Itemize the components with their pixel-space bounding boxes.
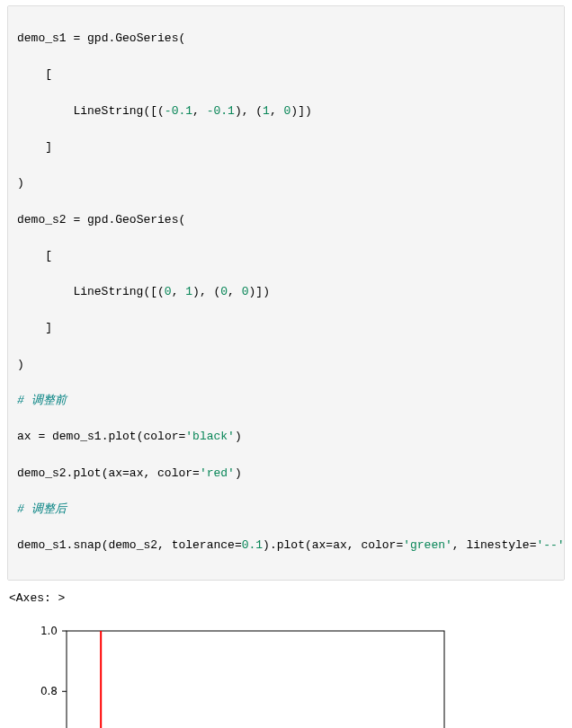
- code-token: 0: [220, 285, 228, 298]
- code-token: ,: [270, 104, 284, 118]
- code-token: (ax: [305, 538, 326, 552]
- code-token: ): [263, 538, 270, 552]
- code-token: [: [17, 67, 52, 81]
- code-token: LineString: [17, 104, 143, 118]
- code-line: # 调整前: [17, 392, 555, 410]
- code-token: ): [17, 358, 24, 371]
- code-line: [: [17, 66, 555, 84]
- code-token: ax: [130, 466, 144, 480]
- code-token: demo_s2: [17, 213, 73, 226]
- code-line: ): [17, 356, 555, 374]
- code-token: , color: [143, 466, 192, 480]
- code-token: ): [235, 466, 242, 480]
- code-token: 0: [165, 285, 172, 298]
- code-token: ), (: [192, 285, 220, 298]
- code-token: gpd: [80, 31, 108, 45]
- code-token: =: [192, 466, 200, 480]
- code-token: [: [17, 249, 52, 262]
- code-token: .: [270, 538, 277, 552]
- code-token: ]: [17, 321, 52, 334]
- code-token: 0: [242, 285, 249, 298]
- code-token: (demo_s2: [102, 538, 157, 552]
- y-tick-label: 0.8: [40, 686, 58, 698]
- code-token: ,: [192, 104, 207, 118]
- code-token: snap: [73, 538, 101, 552]
- code-line: demo_s1.snap(demo_s2, tolerance=0.1).plo…: [17, 537, 555, 555]
- code-token: demo_s1: [17, 538, 67, 552]
- code-line: LineString([(0, 1), (0, 0)]): [17, 283, 555, 301]
- code-line: ax = demo_s1.plot(color='black'): [17, 428, 555, 446]
- code-token: gpd: [80, 213, 108, 226]
- chart-output: 0.00.20.40.60.81.00.00.20.40.60.81.0: [13, 617, 565, 728]
- code-token: ]: [17, 140, 52, 154]
- code-token: , linestyle: [452, 538, 530, 552]
- code-line: LineString([(-0.1, -0.1), (1, 0)]): [17, 102, 555, 120]
- output-repr: <Axes: >: [9, 591, 565, 605]
- code-token: =: [122, 466, 130, 480]
- code-token: )]): [249, 285, 270, 298]
- code-comment: # 调整后: [17, 502, 67, 516]
- code-token: LineString: [17, 285, 143, 298]
- code-token: ax: [17, 430, 38, 443]
- code-token: 'red': [200, 466, 235, 480]
- code-token: )]): [290, 104, 311, 118]
- code-token: demo_s1: [17, 31, 73, 45]
- code-token: GeoSeries: [115, 31, 178, 45]
- code-token: ,: [172, 285, 186, 298]
- axes-frame: [67, 631, 444, 728]
- code-token: ([(: [143, 285, 164, 298]
- code-line: ]: [17, 138, 555, 156]
- code-line: demo_s2 = gpd.GeoSeries(: [17, 211, 555, 229]
- code-token: ): [235, 430, 242, 443]
- code-token: ,: [228, 285, 242, 298]
- code-token: =: [235, 538, 242, 552]
- code-token: ), (: [235, 104, 263, 118]
- code-token: -0.1: [165, 104, 192, 118]
- code-token: demo_s2: [17, 466, 67, 480]
- code-token: 1: [263, 104, 270, 118]
- code-token: plot: [108, 430, 136, 443]
- code-token: ): [17, 176, 24, 190]
- code-token: =: [326, 538, 333, 552]
- code-line: ]: [17, 319, 555, 337]
- code-comment: # 调整前: [17, 394, 67, 407]
- code-line: ): [17, 174, 555, 192]
- code-line: demo_s1 = gpd.GeoSeries(: [17, 30, 555, 48]
- code-token: '--': [536, 538, 564, 552]
- code-token: ax: [333, 538, 347, 552]
- chart-svg: 0.00.20.40.60.81.00.00.20.40.60.81.0: [13, 617, 462, 728]
- code-token: plot: [73, 466, 101, 480]
- code-token: GeoSeries: [115, 213, 178, 226]
- code-token: plot: [277, 538, 305, 552]
- code-line: # 调整后: [17, 501, 555, 519]
- code-token: , tolerance: [157, 538, 235, 552]
- code-token: 0.1: [242, 538, 263, 552]
- code-token: 1: [185, 285, 192, 298]
- code-token: (ax: [102, 466, 122, 480]
- code-token: 'black': [185, 430, 235, 443]
- code-block: demo_s1 = gpd.GeoSeries( [ LineString([(…: [7, 5, 565, 581]
- code-token: (: [178, 31, 185, 45]
- code-token: , color: [347, 538, 397, 552]
- code-line: [: [17, 247, 555, 265]
- code-token: 'green': [403, 538, 452, 552]
- y-tick-label: 1.0: [40, 625, 58, 637]
- code-token: -0.1: [207, 104, 235, 118]
- code-token: (color: [137, 430, 179, 443]
- code-token: ([(: [143, 104, 164, 118]
- code-line: demo_s2.plot(ax=ax, color='red'): [17, 465, 555, 483]
- code-token: (: [178, 213, 185, 226]
- code-token: demo_s1: [45, 430, 101, 443]
